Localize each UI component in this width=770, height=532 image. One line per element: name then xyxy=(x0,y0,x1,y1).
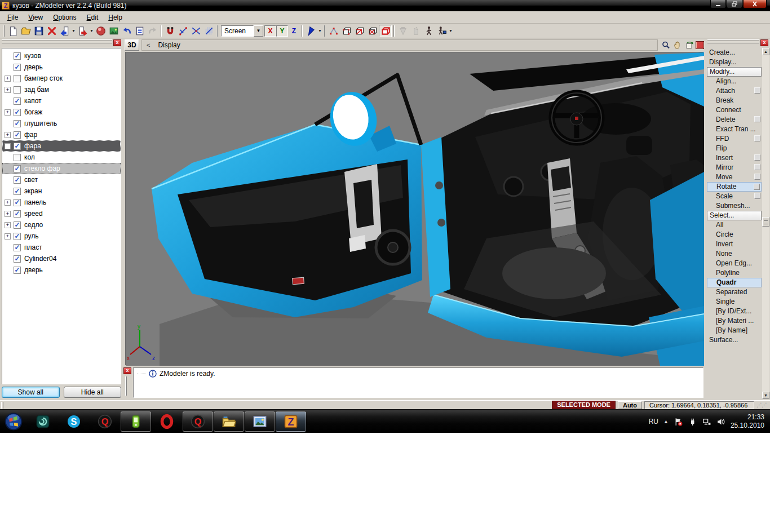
visibility-checkbox[interactable]: ✓ xyxy=(14,176,21,184)
import-dropdown-icon[interactable]: ▾ xyxy=(89,25,94,37)
command--by-id-ext-[interactable]: [By ID/Ext... xyxy=(707,307,762,316)
visibility-checkbox[interactable]: ✓ xyxy=(14,97,21,105)
tree-item[interactable]: ✓глушитель xyxy=(2,118,121,129)
tree-item[interactable]: +✓фара xyxy=(2,140,121,152)
menu-help[interactable]: Help xyxy=(103,12,127,23)
tree-item[interactable]: кол xyxy=(2,152,121,163)
tree-item[interactable]: +бампер сток xyxy=(2,73,121,84)
visibility-checkbox[interactable]: ✓ xyxy=(14,109,21,116)
command-option-box[interactable] xyxy=(754,184,760,190)
scroll-up-icon[interactable]: ▲ xyxy=(762,48,769,55)
command-modify-[interactable]: Modify... xyxy=(707,67,762,77)
command--by-name-[interactable]: [By Name] xyxy=(707,326,762,335)
screen-space-combo[interactable]: Screen▼ xyxy=(221,25,263,37)
tree-item[interactable]: +✓руль xyxy=(2,230,121,242)
expand-plus-icon[interactable]: + xyxy=(5,87,11,93)
restore-button[interactable] xyxy=(727,0,742,8)
orbit-icon[interactable] xyxy=(684,41,694,50)
volume-icon[interactable] xyxy=(716,417,725,427)
tree-item[interactable]: ✓Cylinder04 xyxy=(2,253,121,264)
close-button[interactable] xyxy=(743,0,767,8)
command-option-box[interactable] xyxy=(754,87,760,94)
tree-item[interactable]: ✓свет xyxy=(2,174,121,185)
open-folder-button[interactable] xyxy=(19,25,32,37)
tree-item[interactable]: ✓кузов xyxy=(2,50,121,61)
edges-level-button[interactable] xyxy=(340,25,353,37)
taskbar-zmodeler-button[interactable]: Z xyxy=(276,411,306,432)
command-open-edg-[interactable]: Open Edg... xyxy=(707,259,762,268)
command-circle[interactable]: Circle xyxy=(707,230,762,240)
command-polyline[interactable]: Polyline xyxy=(707,268,762,278)
expand-plus-icon[interactable]: + xyxy=(5,222,11,228)
commands-scrollbar[interactable]: ▲ ▼ xyxy=(762,48,769,399)
command-insert[interactable]: Insert xyxy=(707,153,762,163)
command-option-box[interactable] xyxy=(754,135,760,141)
expand-plus-icon[interactable]: + xyxy=(5,233,11,240)
command-ffd[interactable]: FFD xyxy=(707,134,762,144)
axis-toggle-x[interactable]: X xyxy=(264,25,276,37)
export-dropdown-icon[interactable]: ▾ xyxy=(71,25,76,37)
command-select-[interactable]: Select... xyxy=(707,211,762,220)
commands-panel-header[interactable]: x xyxy=(707,39,768,47)
menu-file[interactable]: File xyxy=(2,12,23,23)
menu-options[interactable]: Options xyxy=(48,12,81,23)
taskbar-image-viewer-button[interactable] xyxy=(245,411,275,432)
tree-item[interactable]: ✓экран xyxy=(2,185,121,197)
visibility-checkbox[interactable]: ✓ xyxy=(14,199,21,206)
expand-plus-icon[interactable]: + xyxy=(5,109,11,116)
tree-item[interactable]: ✓дверь xyxy=(2,264,121,276)
tree-item[interactable]: +зад бам xyxy=(2,84,121,95)
taskbar-skype-button[interactable]: S xyxy=(59,411,89,432)
close-icon[interactable]: x xyxy=(123,367,131,374)
visibility-checkbox[interactable] xyxy=(14,86,21,94)
close-icon[interactable]: x xyxy=(760,39,768,46)
expand-plus-icon[interactable]: + xyxy=(5,76,11,82)
material-sphere-button[interactable] xyxy=(94,25,107,37)
save-button[interactable] xyxy=(32,25,45,37)
export-button[interactable] xyxy=(58,25,71,37)
visibility-checkbox[interactable]: ✓ xyxy=(14,64,21,71)
taskbar-icq-2-button[interactable]: Q xyxy=(183,411,213,432)
action-center-flag-icon[interactable] xyxy=(674,417,683,427)
tree-item[interactable]: ✓пласт xyxy=(2,242,121,253)
tree-item[interactable]: +✓speed xyxy=(2,208,121,219)
visibility-checkbox[interactable] xyxy=(14,154,21,161)
command-all[interactable]: All xyxy=(707,220,762,230)
visibility-checkbox[interactable]: ✓ xyxy=(14,210,21,218)
command-mirror[interactable]: Mirror xyxy=(707,163,762,172)
taskbar-qip-phone-button[interactable] xyxy=(121,411,151,432)
scene-panel-header[interactable]: x xyxy=(2,39,121,47)
command-separated[interactable]: Separated xyxy=(707,287,762,297)
breadcrumb-back-arrow[interactable]: < xyxy=(147,42,150,48)
command--by-materi-[interactable]: [By Materi ... xyxy=(707,316,762,326)
command-option-box[interactable] xyxy=(754,154,760,161)
snap-grid-button[interactable] xyxy=(202,25,215,37)
command-create-[interactable]: Create... xyxy=(707,48,762,57)
tree-item[interactable]: ✓дверь xyxy=(2,61,121,73)
command-exact-tran-[interactable]: Exact Tran ... xyxy=(707,125,762,134)
start-button[interactable] xyxy=(2,411,25,432)
move-gizmo-button[interactable] xyxy=(304,25,317,37)
visibility-checkbox[interactable] xyxy=(14,75,21,82)
pan-icon[interactable] xyxy=(672,41,683,50)
walk-animation-button[interactable] xyxy=(422,25,435,37)
log-view-button[interactable] xyxy=(133,25,146,37)
language-indicator[interactable]: RU xyxy=(649,418,658,425)
new-file-button[interactable] xyxy=(6,25,19,37)
power-plug-icon[interactable] xyxy=(688,417,697,427)
close-icon[interactable]: x xyxy=(113,39,121,46)
command-move[interactable]: Move xyxy=(707,172,762,182)
character-setup-button[interactable] xyxy=(435,25,448,37)
visibility-checkbox[interactable]: ✓ xyxy=(14,188,21,195)
menu-view[interactable]: View xyxy=(23,12,48,23)
command-align-[interactable]: Align... xyxy=(707,77,762,86)
tree-item[interactable]: +✓фар xyxy=(2,129,121,140)
command-option-box[interactable] xyxy=(754,174,760,180)
gizmo-dropdown-icon[interactable]: ▾ xyxy=(317,25,322,37)
command-submesh-[interactable]: Submesh... xyxy=(707,201,762,211)
visibility-checkbox[interactable]: ✓ xyxy=(14,143,21,150)
command-option-box[interactable] xyxy=(754,116,760,122)
command-none[interactable]: None xyxy=(707,249,762,259)
show-all-button[interactable]: Show all xyxy=(2,387,60,398)
vertices-level-button[interactable] xyxy=(327,25,340,37)
